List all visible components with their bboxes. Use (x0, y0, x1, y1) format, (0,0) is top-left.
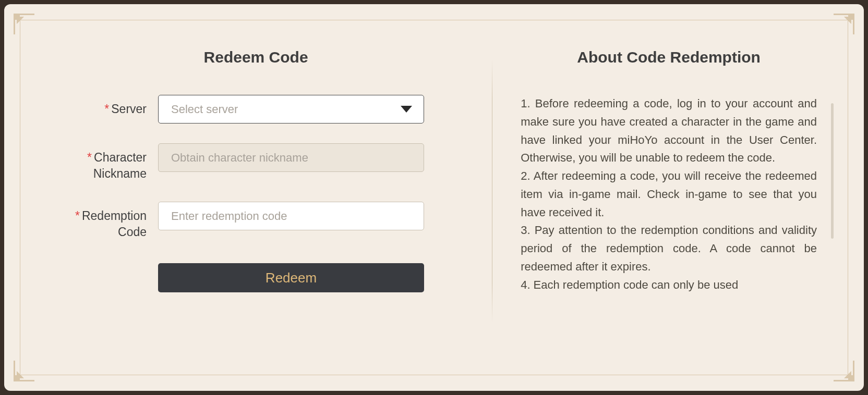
about-item: 1. Before redeeming a code, log in to yo… (521, 95, 817, 167)
scrollbar[interactable] (831, 103, 834, 239)
about-panel: About Code Redemption 1. Before redeemin… (492, 20, 848, 375)
server-label: *Server (62, 95, 158, 117)
chevron-down-icon (401, 106, 412, 113)
about-item: 2. After redeeming a code, you will rece… (521, 167, 817, 221)
about-item: 3. Pay attention to the redemption condi… (521, 221, 817, 276)
nickname-input (158, 143, 424, 172)
redeem-form-panel: Redeem Code *Server Select server (20, 20, 492, 375)
about-title: About Code Redemption (521, 48, 817, 66)
about-text: 1. Before redeeming a code, log in to yo… (521, 95, 817, 294)
server-select[interactable]: Select server (158, 95, 424, 124)
nickname-row: *Character Nickname (62, 143, 450, 182)
fade-overlay (521, 308, 817, 340)
vertical-divider (492, 59, 492, 323)
redemption-code-input[interactable] (158, 202, 424, 230)
redeem-card: Redeem Code *Server Select server (4, 4, 864, 391)
code-label: *Redemption Code (62, 202, 158, 240)
nickname-label: *Character Nickname (62, 143, 158, 182)
required-asterisk: * (87, 151, 92, 164)
required-asterisk: * (104, 102, 109, 116)
redeem-button[interactable]: Redeem (158, 263, 424, 292)
server-row: *Server Select server (62, 95, 450, 124)
required-asterisk: * (75, 209, 80, 223)
code-row: *Redemption Code (62, 202, 450, 240)
about-text-container: 1. Before redeeming a code, log in to yo… (521, 95, 817, 340)
redeem-title: Redeem Code (204, 48, 308, 66)
server-select-placeholder: Select server (171, 103, 238, 116)
about-item: 4. Each redemption code can only be used (521, 276, 817, 294)
